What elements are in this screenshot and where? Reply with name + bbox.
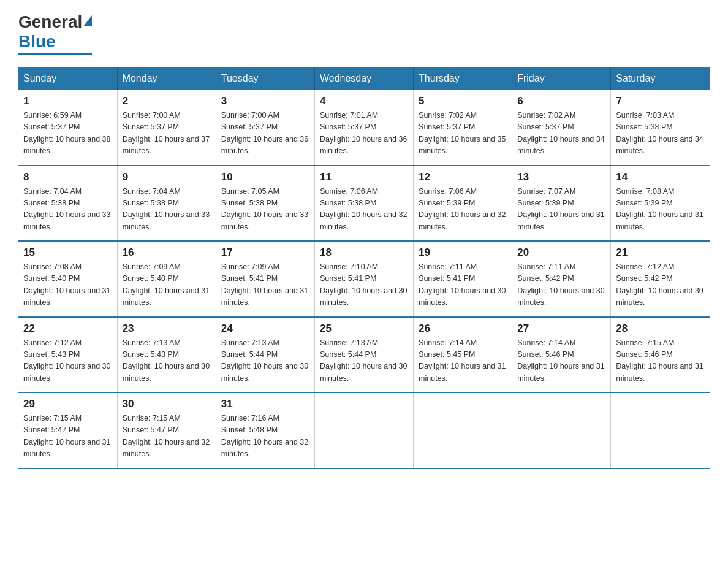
calendar-day-cell: 28 Sunrise: 7:15 AM Sunset: 5:46 PM Dayl… (611, 317, 710, 393)
calendar-day-cell: 10 Sunrise: 7:05 AM Sunset: 5:38 PM Dayl… (216, 166, 314, 242)
day-number: 14 (616, 171, 705, 183)
day-number: 8 (23, 171, 112, 183)
calendar-week-row: 8 Sunrise: 7:04 AM Sunset: 5:38 PM Dayli… (18, 166, 710, 242)
calendar-day-cell (512, 393, 611, 469)
day-info: Sunrise: 7:08 AM Sunset: 5:40 PM Dayligh… (23, 261, 112, 309)
day-info: Sunrise: 7:08 AM Sunset: 5:39 PM Dayligh… (616, 186, 705, 234)
calendar-week-row: 29 Sunrise: 7:15 AM Sunset: 5:47 PM Dayl… (18, 393, 710, 469)
calendar-header-row: SundayMondayTuesdayWednesdayThursdayFrid… (18, 67, 710, 90)
day-number: 5 (419, 95, 507, 107)
day-number: 3 (221, 95, 309, 107)
day-number: 24 (221, 323, 309, 335)
day-info: Sunrise: 7:12 AM Sunset: 5:43 PM Dayligh… (23, 337, 112, 385)
day-number: 20 (517, 247, 605, 259)
day-info: Sunrise: 7:04 AM Sunset: 5:38 PM Dayligh… (123, 186, 211, 234)
day-info: Sunrise: 7:16 AM Sunset: 5:48 PM Dayligh… (221, 413, 309, 461)
day-info: Sunrise: 7:13 AM Sunset: 5:44 PM Dayligh… (320, 337, 408, 385)
day-number: 10 (221, 171, 309, 183)
calendar-table: SundayMondayTuesdayWednesdayThursdayFrid… (18, 67, 710, 469)
calendar-day-cell: 16 Sunrise: 7:09 AM Sunset: 5:40 PM Dayl… (117, 241, 216, 317)
day-number: 25 (320, 323, 408, 335)
day-info: Sunrise: 7:06 AM Sunset: 5:39 PM Dayligh… (419, 186, 507, 234)
day-info: Sunrise: 7:15 AM Sunset: 5:47 PM Dayligh… (23, 413, 112, 461)
logo: General Blue (18, 12, 92, 55)
day-number: 15 (23, 247, 112, 259)
calendar-day-cell: 9 Sunrise: 7:04 AM Sunset: 5:38 PM Dayli… (117, 166, 216, 242)
day-info: Sunrise: 7:05 AM Sunset: 5:38 PM Dayligh… (221, 186, 309, 234)
day-info: Sunrise: 7:09 AM Sunset: 5:41 PM Dayligh… (221, 261, 309, 309)
calendar-day-cell: 31 Sunrise: 7:16 AM Sunset: 5:48 PM Dayl… (216, 393, 314, 469)
calendar-day-cell: 1 Sunrise: 6:59 AM Sunset: 5:37 PM Dayli… (18, 90, 117, 166)
day-info: Sunrise: 7:13 AM Sunset: 5:43 PM Dayligh… (123, 337, 211, 385)
calendar-day-cell: 7 Sunrise: 7:03 AM Sunset: 5:38 PM Dayli… (611, 90, 710, 166)
calendar-day-cell (611, 393, 710, 469)
calendar-day-cell: 4 Sunrise: 7:01 AM Sunset: 5:37 PM Dayli… (314, 90, 413, 166)
day-info: Sunrise: 7:14 AM Sunset: 5:45 PM Dayligh… (419, 337, 507, 385)
calendar-day-cell: 17 Sunrise: 7:09 AM Sunset: 5:41 PM Dayl… (216, 241, 314, 317)
day-number: 30 (123, 398, 211, 410)
day-number: 18 (320, 247, 408, 259)
column-header-wednesday: Wednesday (314, 67, 413, 90)
calendar-day-cell: 24 Sunrise: 7:13 AM Sunset: 5:44 PM Dayl… (216, 317, 314, 393)
day-number: 19 (419, 247, 507, 259)
calendar-week-row: 22 Sunrise: 7:12 AM Sunset: 5:43 PM Dayl… (18, 317, 710, 393)
calendar-week-row: 15 Sunrise: 7:08 AM Sunset: 5:40 PM Dayl… (18, 241, 710, 317)
calendar-day-cell: 18 Sunrise: 7:10 AM Sunset: 5:41 PM Dayl… (314, 241, 413, 317)
day-info: Sunrise: 7:07 AM Sunset: 5:39 PM Dayligh… (517, 186, 605, 234)
day-number: 12 (419, 171, 507, 183)
day-info: Sunrise: 7:00 AM Sunset: 5:37 PM Dayligh… (221, 110, 309, 158)
day-number: 13 (517, 171, 605, 183)
day-info: Sunrise: 7:11 AM Sunset: 5:42 PM Dayligh… (517, 261, 605, 309)
day-number: 2 (123, 95, 211, 107)
calendar-day-cell: 8 Sunrise: 7:04 AM Sunset: 5:38 PM Dayli… (18, 166, 117, 242)
day-number: 6 (517, 95, 605, 107)
day-info: Sunrise: 7:15 AM Sunset: 5:47 PM Dayligh… (123, 413, 211, 461)
calendar-day-cell: 22 Sunrise: 7:12 AM Sunset: 5:43 PM Dayl… (18, 317, 117, 393)
calendar-day-cell (414, 393, 512, 469)
day-number: 1 (23, 95, 112, 107)
logo-blue-text: Blue (18, 32, 56, 52)
day-number: 22 (23, 323, 112, 335)
page-header: General Blue (18, 12, 710, 55)
calendar-day-cell: 14 Sunrise: 7:08 AM Sunset: 5:39 PM Dayl… (611, 166, 710, 242)
calendar-day-cell: 21 Sunrise: 7:12 AM Sunset: 5:42 PM Dayl… (611, 241, 710, 317)
calendar-day-cell: 2 Sunrise: 7:00 AM Sunset: 5:37 PM Dayli… (117, 90, 216, 166)
column-header-monday: Monday (117, 67, 216, 90)
column-header-friday: Friday (512, 67, 611, 90)
day-number: 16 (123, 247, 211, 259)
calendar-day-cell: 29 Sunrise: 7:15 AM Sunset: 5:47 PM Dayl… (18, 393, 117, 469)
day-info: Sunrise: 7:02 AM Sunset: 5:37 PM Dayligh… (419, 110, 507, 158)
day-number: 31 (221, 398, 309, 410)
day-number: 29 (23, 398, 112, 410)
day-info: Sunrise: 7:14 AM Sunset: 5:46 PM Dayligh… (517, 337, 605, 385)
calendar-day-cell: 3 Sunrise: 7:00 AM Sunset: 5:37 PM Dayli… (216, 90, 314, 166)
day-number: 7 (616, 95, 705, 107)
day-info: Sunrise: 7:11 AM Sunset: 5:41 PM Dayligh… (419, 261, 507, 309)
day-info: Sunrise: 7:03 AM Sunset: 5:38 PM Dayligh… (616, 110, 705, 158)
day-info: Sunrise: 7:02 AM Sunset: 5:37 PM Dayligh… (517, 110, 605, 158)
calendar-day-cell: 30 Sunrise: 7:15 AM Sunset: 5:47 PM Dayl… (117, 393, 216, 469)
day-number: 26 (419, 323, 507, 335)
day-number: 28 (616, 323, 705, 335)
logo-general-text: General (18, 12, 82, 32)
column-header-saturday: Saturday (611, 67, 710, 90)
day-number: 11 (320, 171, 408, 183)
calendar-day-cell: 26 Sunrise: 7:14 AM Sunset: 5:45 PM Dayl… (414, 317, 512, 393)
calendar-day-cell: 20 Sunrise: 7:11 AM Sunset: 5:42 PM Dayl… (512, 241, 611, 317)
calendar-day-cell (314, 393, 413, 469)
logo-underline (18, 53, 92, 55)
day-info: Sunrise: 7:13 AM Sunset: 5:44 PM Dayligh… (221, 337, 309, 385)
day-number: 4 (320, 95, 408, 107)
calendar-day-cell: 15 Sunrise: 7:08 AM Sunset: 5:40 PM Dayl… (18, 241, 117, 317)
calendar-week-row: 1 Sunrise: 6:59 AM Sunset: 5:37 PM Dayli… (18, 90, 710, 166)
day-number: 17 (221, 247, 309, 259)
day-info: Sunrise: 7:06 AM Sunset: 5:38 PM Dayligh… (320, 186, 408, 234)
day-info: Sunrise: 7:10 AM Sunset: 5:41 PM Dayligh… (320, 261, 408, 309)
day-number: 27 (517, 323, 605, 335)
logo-triangle-icon (83, 15, 92, 26)
calendar-day-cell: 23 Sunrise: 7:13 AM Sunset: 5:43 PM Dayl… (117, 317, 216, 393)
day-info: Sunrise: 7:12 AM Sunset: 5:42 PM Dayligh… (616, 261, 705, 309)
calendar-day-cell: 6 Sunrise: 7:02 AM Sunset: 5:37 PM Dayli… (512, 90, 611, 166)
calendar-day-cell: 19 Sunrise: 7:11 AM Sunset: 5:41 PM Dayl… (414, 241, 512, 317)
day-number: 21 (616, 247, 705, 259)
